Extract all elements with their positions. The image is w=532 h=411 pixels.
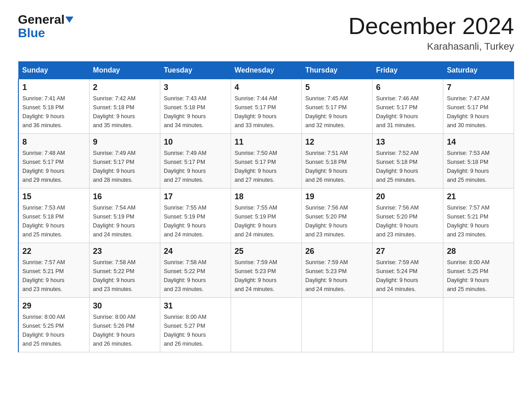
day-number: 28: [447, 247, 510, 256]
day-info: Sunrise: 7:55 AM Sunset: 5:19 PM Dayligh…: [235, 203, 298, 239]
calendar-day-cell: 26 Sunrise: 7:59 AM Sunset: 5:23 PM Dayl…: [301, 243, 372, 298]
day-number: 5: [305, 83, 369, 92]
logo-triangle-icon: [65, 17, 73, 23]
calendar-day-cell: 10 Sunrise: 7:49 AM Sunset: 5:17 PM Dayl…: [160, 134, 231, 188]
calendar-day-cell: 16 Sunrise: 7:54 AM Sunset: 5:19 PM Dayl…: [89, 188, 160, 243]
day-number: 10: [164, 137, 227, 147]
logo-text-blue: Blue: [18, 27, 45, 39]
day-number: 21: [447, 192, 510, 201]
calendar-day-cell: 8 Sunrise: 7:48 AM Sunset: 5:17 PM Dayli…: [18, 134, 89, 188]
calendar-day-cell: 28 Sunrise: 8:00 AM Sunset: 5:25 PM Dayl…: [443, 243, 514, 298]
calendar-table: Sunday Monday Tuesday Wednesday Thursday…: [18, 61, 514, 352]
day-number: 15: [22, 192, 86, 201]
day-number: 12: [305, 137, 369, 147]
day-number: 6: [376, 83, 439, 92]
day-number: 14: [447, 137, 510, 147]
page-subtitle: Karahasanli, Turkey: [348, 41, 514, 52]
calendar-day-cell: 1 Sunrise: 7:41 AM Sunset: 5:18 PM Dayli…: [18, 79, 89, 134]
day-info: Sunrise: 7:43 AM Sunset: 5:18 PM Dayligh…: [164, 94, 227, 130]
day-info: Sunrise: 7:58 AM Sunset: 5:22 PM Dayligh…: [93, 258, 156, 294]
day-number: 26: [305, 247, 369, 256]
calendar-day-cell: 25 Sunrise: 7:59 AM Sunset: 5:23 PM Dayl…: [231, 243, 301, 298]
day-number: 4: [235, 83, 298, 92]
day-info: Sunrise: 7:59 AM Sunset: 5:24 PM Dayligh…: [376, 258, 439, 294]
calendar-day-cell: 6 Sunrise: 7:46 AM Sunset: 5:17 PM Dayli…: [372, 79, 443, 134]
day-info: Sunrise: 7:46 AM Sunset: 5:17 PM Dayligh…: [376, 94, 439, 130]
calendar-day-cell: 11 Sunrise: 7:50 AM Sunset: 5:17 PM Dayl…: [231, 134, 301, 188]
day-number: 22: [22, 247, 86, 256]
calendar-day-cell: 17 Sunrise: 7:55 AM Sunset: 5:19 PM Dayl…: [160, 188, 231, 243]
day-number: 8: [22, 137, 86, 147]
day-info: Sunrise: 7:59 AM Sunset: 5:23 PM Dayligh…: [235, 258, 298, 294]
page-title: December 2024: [348, 13, 514, 39]
calendar-day-cell: 14 Sunrise: 7:53 AM Sunset: 5:18 PM Dayl…: [443, 134, 514, 188]
day-number: 17: [164, 192, 227, 201]
day-number: 16: [93, 192, 156, 201]
calendar-week-row: 15 Sunrise: 7:53 AM Sunset: 5:18 PM Dayl…: [18, 188, 514, 243]
day-info: Sunrise: 7:49 AM Sunset: 5:17 PM Dayligh…: [164, 149, 227, 184]
calendar-day-cell: [443, 298, 514, 352]
calendar-day-cell: [372, 298, 443, 352]
day-number: 1: [22, 83, 86, 92]
day-info: Sunrise: 7:56 AM Sunset: 5:20 PM Dayligh…: [376, 203, 439, 239]
day-info: Sunrise: 7:53 AM Sunset: 5:18 PM Dayligh…: [447, 149, 510, 184]
calendar-day-cell: 15 Sunrise: 7:53 AM Sunset: 5:18 PM Dayl…: [18, 188, 89, 243]
day-number: 29: [22, 301, 86, 311]
day-number: 3: [164, 83, 227, 92]
day-info: Sunrise: 7:58 AM Sunset: 5:22 PM Dayligh…: [164, 258, 227, 294]
calendar-day-cell: 29 Sunrise: 8:00 AM Sunset: 5:25 PM Dayl…: [18, 298, 89, 352]
calendar-day-cell: 20 Sunrise: 7:56 AM Sunset: 5:20 PM Dayl…: [372, 188, 443, 243]
day-number: 18: [235, 192, 298, 201]
calendar-day-cell: 19 Sunrise: 7:56 AM Sunset: 5:20 PM Dayl…: [301, 188, 372, 243]
day-info: Sunrise: 7:42 AM Sunset: 5:18 PM Dayligh…: [93, 94, 156, 130]
calendar-day-cell: 30 Sunrise: 8:00 AM Sunset: 5:26 PM Dayl…: [89, 298, 160, 352]
day-info: Sunrise: 7:57 AM Sunset: 5:21 PM Dayligh…: [22, 258, 86, 294]
col-wednesday: Wednesday: [231, 62, 301, 79]
calendar-day-cell: 13 Sunrise: 7:52 AM Sunset: 5:18 PM Dayl…: [372, 134, 443, 188]
day-number: 23: [93, 247, 156, 256]
day-info: Sunrise: 7:48 AM Sunset: 5:17 PM Dayligh…: [22, 149, 86, 184]
day-number: 31: [164, 301, 227, 311]
day-number: 20: [376, 192, 439, 201]
calendar-week-row: 1 Sunrise: 7:41 AM Sunset: 5:18 PM Dayli…: [18, 79, 514, 134]
day-number: 11: [235, 137, 298, 147]
calendar-day-cell: 5 Sunrise: 7:45 AM Sunset: 5:17 PM Dayli…: [301, 79, 372, 134]
day-number: 27: [376, 247, 439, 256]
calendar-week-row: 22 Sunrise: 7:57 AM Sunset: 5:21 PM Dayl…: [18, 243, 514, 298]
calendar-day-cell: 2 Sunrise: 7:42 AM Sunset: 5:18 PM Dayli…: [89, 79, 160, 134]
title-area: December 2024 Karahasanli, Turkey: [348, 13, 514, 52]
calendar-day-cell: 21 Sunrise: 7:57 AM Sunset: 5:21 PM Dayl…: [443, 188, 514, 243]
col-monday: Monday: [89, 62, 160, 79]
day-info: Sunrise: 7:55 AM Sunset: 5:19 PM Dayligh…: [164, 203, 227, 239]
col-sunday: Sunday: [18, 62, 89, 79]
calendar-day-cell: 9 Sunrise: 7:49 AM Sunset: 5:17 PM Dayli…: [89, 134, 160, 188]
calendar-day-cell: 23 Sunrise: 7:58 AM Sunset: 5:22 PM Dayl…: [89, 243, 160, 298]
day-number: 25: [235, 247, 298, 256]
day-info: Sunrise: 7:53 AM Sunset: 5:18 PM Dayligh…: [22, 203, 86, 239]
day-info: Sunrise: 7:51 AM Sunset: 5:18 PM Dayligh…: [305, 149, 369, 184]
logo: General Blue: [18, 13, 73, 39]
day-info: Sunrise: 8:00 AM Sunset: 5:27 PM Dayligh…: [164, 313, 227, 348]
page-header: General Blue December 2024 Karahasanli, …: [18, 13, 514, 52]
day-info: Sunrise: 7:50 AM Sunset: 5:17 PM Dayligh…: [235, 149, 298, 184]
col-friday: Friday: [372, 62, 443, 79]
logo-text-general: General: [18, 13, 64, 26]
day-info: Sunrise: 7:44 AM Sunset: 5:17 PM Dayligh…: [235, 94, 298, 130]
day-number: 13: [376, 137, 439, 147]
day-info: Sunrise: 7:59 AM Sunset: 5:23 PM Dayligh…: [305, 258, 369, 294]
calendar-day-cell: [231, 298, 301, 352]
day-number: 7: [447, 83, 510, 92]
calendar-day-cell: [301, 298, 372, 352]
calendar-day-cell: 22 Sunrise: 7:57 AM Sunset: 5:21 PM Dayl…: [18, 243, 89, 298]
calendar-day-cell: 7 Sunrise: 7:47 AM Sunset: 5:17 PM Dayli…: [443, 79, 514, 134]
day-info: Sunrise: 7:45 AM Sunset: 5:17 PM Dayligh…: [305, 94, 369, 130]
calendar-header-row: Sunday Monday Tuesday Wednesday Thursday…: [18, 62, 514, 79]
day-info: Sunrise: 7:54 AM Sunset: 5:19 PM Dayligh…: [93, 203, 156, 239]
calendar-week-row: 29 Sunrise: 8:00 AM Sunset: 5:25 PM Dayl…: [18, 298, 514, 352]
day-number: 19: [305, 192, 369, 201]
day-info: Sunrise: 7:41 AM Sunset: 5:18 PM Dayligh…: [22, 94, 86, 130]
day-info: Sunrise: 8:00 AM Sunset: 5:26 PM Dayligh…: [93, 313, 156, 348]
calendar-day-cell: 31 Sunrise: 8:00 AM Sunset: 5:27 PM Dayl…: [160, 298, 231, 352]
calendar-day-cell: 24 Sunrise: 7:58 AM Sunset: 5:22 PM Dayl…: [160, 243, 231, 298]
calendar-day-cell: 18 Sunrise: 7:55 AM Sunset: 5:19 PM Dayl…: [231, 188, 301, 243]
